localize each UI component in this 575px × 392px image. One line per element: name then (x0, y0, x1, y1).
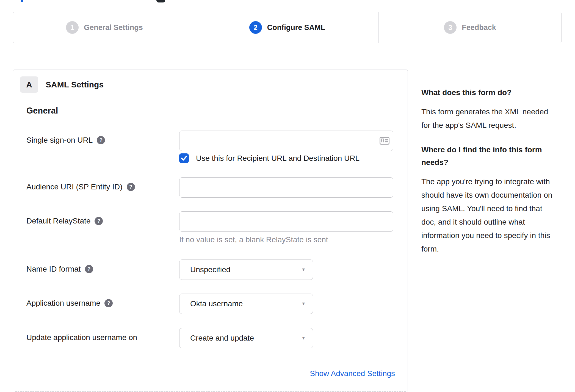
update-app-username-label: Update application username on (26, 333, 137, 343)
sso-url-label-group: Single sign-on URL ? (26, 131, 179, 145)
relay-state-help-icon[interactable]: ? (95, 217, 103, 225)
cropped-blue-fragment (21, 0, 23, 2)
audience-uri-label: Audience URI (SP Entity ID) (26, 182, 123, 192)
general-section-heading: General (26, 106, 58, 116)
advanced-settings-row: Show Advanced Settings (26, 369, 395, 378)
sso-url-help-icon[interactable]: ? (97, 136, 105, 144)
audience-uri-label-group: Audience URI (SP Entity ID) ? (26, 177, 179, 192)
step-3-circle: 3 (444, 21, 457, 34)
step-configure-saml[interactable]: 2 Configure SAML (196, 12, 378, 43)
name-id-format-row: Name ID format ? Unspecified ▼ (26, 260, 313, 280)
app-username-label: Application username (26, 298, 100, 308)
step-2-circle: 2 (249, 21, 262, 34)
name-id-format-label: Name ID format (26, 264, 81, 274)
app-username-select[interactable]: Okta username ▼ (179, 294, 313, 314)
help-q1-heading: What does this form do? (421, 86, 575, 99)
audience-uri-control (179, 177, 393, 198)
update-app-username-control: Create and update ▼ (179, 328, 313, 348)
saml-settings-panel: A SAML Settings General Single sign-on U… (13, 70, 408, 392)
sso-url-row: Single sign-on URL ? (26, 131, 393, 151)
update-app-username-row: Update application username on Create an… (26, 328, 313, 348)
step-feedback[interactable]: 3 Feedback (378, 12, 561, 43)
name-id-format-value: Unspecified (190, 265, 230, 274)
chevron-down-icon: ▼ (301, 336, 306, 341)
update-app-username-value: Create and update (190, 334, 254, 343)
recipient-url-checkbox[interactable] (179, 153, 189, 163)
update-app-username-select[interactable]: Create and update ▼ (179, 328, 313, 348)
name-id-format-label-group: Name ID format ? (26, 260, 179, 274)
step-2-label: Configure SAML (267, 23, 325, 32)
help-q2-body: The app you're trying to integrate with … (421, 175, 575, 256)
name-id-format-help-icon[interactable]: ? (85, 265, 93, 273)
sso-url-input[interactable] (179, 131, 393, 151)
step-1-label: General Settings (84, 23, 143, 32)
panel-header: A SAML Settings (20, 76, 104, 93)
audience-uri-row: Audience URI (SP Entity ID) ? (26, 177, 393, 198)
sso-url-control (179, 131, 393, 151)
app-username-label-group: Application username ? (26, 294, 179, 308)
audience-uri-help-icon[interactable]: ? (127, 183, 135, 191)
relay-state-label: Default RelayState (26, 216, 90, 226)
chevron-down-icon: ▼ (301, 301, 306, 306)
step-general-settings[interactable]: 1 General Settings (13, 12, 196, 43)
help-sidebar: What does this form do? This form genera… (421, 86, 575, 267)
section-a-badge: A (20, 76, 38, 93)
app-username-row: Application username ? Okta username ▼ (26, 294, 313, 314)
relay-state-control: If no value is set, a blank RelayState i… (179, 211, 393, 244)
app-username-help-icon[interactable]: ? (104, 299, 113, 307)
relay-state-row: Default RelayState ? If no value is set,… (26, 211, 393, 244)
checkmark-icon (181, 156, 187, 161)
recipient-url-checkbox-row: Use this for Recipient URL and Destinati… (179, 153, 360, 163)
name-id-format-control: Unspecified ▼ (179, 260, 313, 280)
app-username-control: Okta username ▼ (179, 294, 313, 314)
name-id-format-select[interactable]: Unspecified ▼ (179, 260, 313, 280)
relay-state-hint: If no value is set, a blank RelayState i… (179, 235, 393, 244)
chevron-down-icon: ▼ (301, 267, 306, 272)
audience-uri-input[interactable] (179, 177, 393, 198)
wizard-stepper: 1 General Settings 2 Configure SAML 3 Fe… (13, 12, 562, 43)
app-username-value: Okta username (190, 299, 243, 308)
update-app-username-label-group: Update application username on (26, 328, 179, 343)
step-1-circle: 1 (66, 21, 79, 34)
relay-state-label-group: Default RelayState ? (26, 211, 179, 226)
recipient-url-checkbox-label: Use this for Recipient URL and Destinati… (196, 154, 360, 163)
help-q2-heading: Where do I find the info this form needs… (421, 143, 575, 169)
cropped-icon-fragment (156, 0, 165, 2)
help-q1-body: This form generates the XML needed for t… (421, 105, 575, 132)
show-advanced-settings-link[interactable]: Show Advanced Settings (310, 369, 395, 378)
relay-state-input[interactable] (179, 211, 393, 232)
step-3-label: Feedback (462, 23, 496, 32)
sso-url-label: Single sign-on URL (26, 135, 93, 145)
panel-title: SAML Settings (46, 80, 104, 89)
